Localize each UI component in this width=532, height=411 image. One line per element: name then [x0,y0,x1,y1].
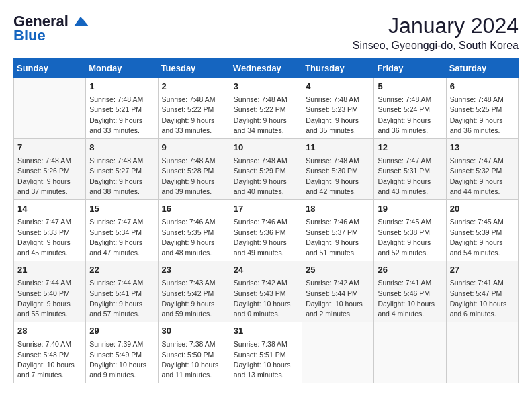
day-info: Sunrise: 7:48 AMSunset: 5:27 PMDaylight:… [89,156,154,197]
day-info: Sunrise: 7:48 AMSunset: 5:23 PMDaylight:… [306,95,370,136]
day-number: 31 [234,325,298,337]
day-number: 4 [306,81,370,93]
day-number: 23 [162,264,226,276]
table-row: 13Sunrise: 7:47 AMSunset: 5:32 PMDayligh… [446,139,518,200]
table-row [14,78,86,139]
day-info: Sunrise: 7:42 AMSunset: 5:43 PMDaylight:… [234,278,298,319]
month-title: January 2024 [353,13,519,38]
day-info: Sunrise: 7:46 AMSunset: 5:35 PMDaylight:… [162,217,226,258]
table-row: 26Sunrise: 7:41 AMSunset: 5:46 PMDayligh… [374,261,446,322]
header-sunday: Sunday [14,59,86,78]
day-info: Sunrise: 7:40 AMSunset: 5:48 PMDaylight:… [17,339,82,380]
table-row: 31Sunrise: 7:38 AMSunset: 5:51 PMDayligh… [230,322,302,383]
day-info: Sunrise: 7:46 AMSunset: 5:36 PMDaylight:… [234,217,298,258]
title-section: January 2024 Sinseo, Gyeonggi-do, South … [353,13,519,52]
day-number: 29 [89,325,154,337]
table-row: 8Sunrise: 7:48 AMSunset: 5:27 PMDaylight… [86,139,158,200]
day-info: Sunrise: 7:47 AMSunset: 5:34 PMDaylight:… [89,217,154,258]
header-wednesday: Wednesday [230,59,302,78]
calendar-week-row: 7Sunrise: 7:48 AMSunset: 5:26 PMDaylight… [14,139,519,200]
table-row: 25Sunrise: 7:42 AMSunset: 5:44 PMDayligh… [302,261,374,322]
table-row: 3Sunrise: 7:48 AMSunset: 5:22 PMDaylight… [230,78,302,139]
day-info: Sunrise: 7:48 AMSunset: 5:30 PMDaylight:… [306,156,370,197]
logo-blue: Blue [13,27,46,44]
table-row: 22Sunrise: 7:44 AMSunset: 5:41 PMDayligh… [86,261,158,322]
day-number: 8 [89,142,154,154]
table-row: 16Sunrise: 7:46 AMSunset: 5:35 PMDayligh… [158,200,230,261]
day-info: Sunrise: 7:48 AMSunset: 5:24 PMDaylight:… [378,95,442,136]
day-info: Sunrise: 7:43 AMSunset: 5:42 PMDaylight:… [162,278,226,319]
day-info: Sunrise: 7:38 AMSunset: 5:51 PMDaylight:… [234,339,298,380]
day-number: 12 [378,142,442,154]
table-row: 2Sunrise: 7:48 AMSunset: 5:22 PMDaylight… [158,78,230,139]
header-friday: Friday [374,59,446,78]
day-info: Sunrise: 7:47 AMSunset: 5:33 PMDaylight:… [17,217,82,258]
day-number: 26 [378,264,442,276]
calendar-table: Sunday Monday Tuesday Wednesday Thursday… [13,58,519,383]
calendar-week-row: 21Sunrise: 7:44 AMSunset: 5:40 PMDayligh… [14,261,519,322]
table-row: 23Sunrise: 7:43 AMSunset: 5:42 PMDayligh… [158,261,230,322]
day-number: 7 [17,142,82,154]
table-row: 20Sunrise: 7:45 AMSunset: 5:39 PMDayligh… [446,200,518,261]
day-info: Sunrise: 7:48 AMSunset: 5:28 PMDaylight:… [162,156,226,197]
day-number: 16 [162,203,226,215]
day-info: Sunrise: 7:46 AMSunset: 5:37 PMDaylight:… [306,217,370,258]
day-info: Sunrise: 7:42 AMSunset: 5:44 PMDaylight:… [306,278,370,319]
table-row: 4Sunrise: 7:48 AMSunset: 5:23 PMDaylight… [302,78,374,139]
day-info: Sunrise: 7:44 AMSunset: 5:41 PMDaylight:… [89,278,154,319]
day-number: 11 [306,142,370,154]
table-row: 27Sunrise: 7:41 AMSunset: 5:47 PMDayligh… [446,261,518,322]
day-info: Sunrise: 7:38 AMSunset: 5:50 PMDaylight:… [162,339,226,380]
day-number: 27 [450,264,515,276]
table-row: 5Sunrise: 7:48 AMSunset: 5:24 PMDaylight… [374,78,446,139]
table-row: 6Sunrise: 7:48 AMSunset: 5:25 PMDaylight… [446,78,518,139]
header-saturday: Saturday [446,59,518,78]
day-number: 2 [162,81,226,93]
table-row: 14Sunrise: 7:47 AMSunset: 5:33 PMDayligh… [14,200,86,261]
day-info: Sunrise: 7:48 AMSunset: 5:29 PMDaylight:… [234,156,298,197]
day-info: Sunrise: 7:48 AMSunset: 5:25 PMDaylight:… [450,95,515,136]
day-number: 10 [234,142,298,154]
table-row: 24Sunrise: 7:42 AMSunset: 5:43 PMDayligh… [230,261,302,322]
location-title: Sinseo, Gyeonggi-do, South Korea [353,40,519,52]
day-number: 25 [306,264,370,276]
table-row: 17Sunrise: 7:46 AMSunset: 5:36 PMDayligh… [230,200,302,261]
table-row: 1Sunrise: 7:48 AMSunset: 5:21 PMDaylight… [86,78,158,139]
day-info: Sunrise: 7:41 AMSunset: 5:47 PMDaylight:… [450,278,515,319]
day-info: Sunrise: 7:48 AMSunset: 5:22 PMDaylight:… [162,95,226,136]
day-number: 6 [450,81,515,93]
page-header: General Blue January 2024 Sinseo, Gyeong… [13,13,519,52]
day-info: Sunrise: 7:48 AMSunset: 5:26 PMDaylight:… [17,156,82,197]
day-number: 21 [17,264,82,276]
day-number: 9 [162,142,226,154]
logo-icon [74,17,89,28]
logo: General Blue [13,13,89,44]
calendar-week-row: 28Sunrise: 7:40 AMSunset: 5:48 PMDayligh… [14,322,519,383]
table-row: 12Sunrise: 7:47 AMSunset: 5:31 PMDayligh… [374,139,446,200]
day-info: Sunrise: 7:48 AMSunset: 5:22 PMDaylight:… [234,95,298,136]
table-row [302,322,374,383]
day-number: 18 [306,203,370,215]
header-thursday: Thursday [302,59,374,78]
day-number: 20 [450,203,515,215]
day-info: Sunrise: 7:48 AMSunset: 5:21 PMDaylight:… [89,95,154,136]
table-row: 7Sunrise: 7:48 AMSunset: 5:26 PMDaylight… [14,139,86,200]
calendar-week-row: 1Sunrise: 7:48 AMSunset: 5:21 PMDaylight… [14,78,519,139]
day-number: 19 [378,203,442,215]
table-row: 29Sunrise: 7:39 AMSunset: 5:49 PMDayligh… [86,322,158,383]
table-row: 30Sunrise: 7:38 AMSunset: 5:50 PMDayligh… [158,322,230,383]
calendar-header-row: Sunday Monday Tuesday Wednesday Thursday… [14,59,519,78]
day-number: 5 [378,81,442,93]
calendar-week-row: 14Sunrise: 7:47 AMSunset: 5:33 PMDayligh… [14,200,519,261]
day-number: 15 [89,203,154,215]
day-number: 17 [234,203,298,215]
day-info: Sunrise: 7:45 AMSunset: 5:39 PMDaylight:… [450,217,515,258]
table-row [374,322,446,383]
table-row: 19Sunrise: 7:45 AMSunset: 5:38 PMDayligh… [374,200,446,261]
day-info: Sunrise: 7:45 AMSunset: 5:38 PMDaylight:… [378,217,442,258]
day-info: Sunrise: 7:44 AMSunset: 5:40 PMDaylight:… [17,278,82,319]
day-info: Sunrise: 7:47 AMSunset: 5:32 PMDaylight:… [450,156,515,197]
table-row: 11Sunrise: 7:48 AMSunset: 5:30 PMDayligh… [302,139,374,200]
day-info: Sunrise: 7:39 AMSunset: 5:49 PMDaylight:… [89,339,154,380]
header-tuesday: Tuesday [158,59,230,78]
